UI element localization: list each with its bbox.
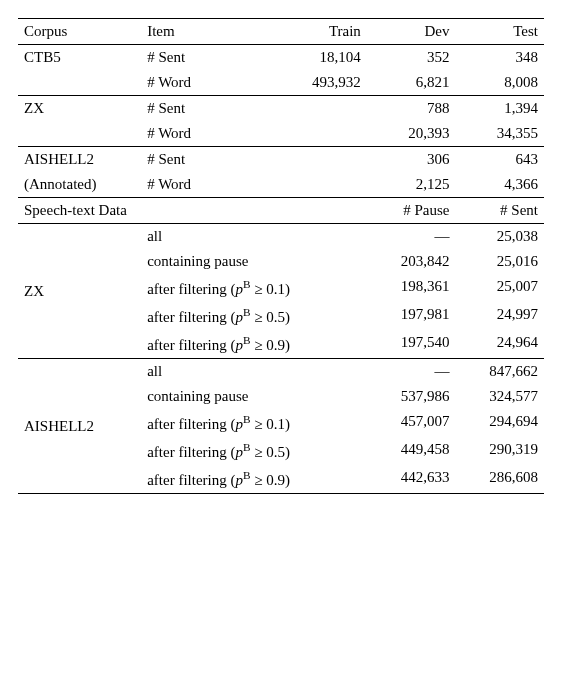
- cell: [249, 172, 367, 198]
- cell: 1,394: [455, 96, 544, 122]
- item-label: # Word: [141, 172, 249, 198]
- cell: 34,355: [455, 121, 544, 147]
- corpus-ctb5: CTB5: [18, 45, 141, 96]
- cell: 788: [367, 96, 456, 122]
- cell: 197,540: [367, 330, 456, 359]
- cell: [249, 96, 367, 122]
- cell: —: [367, 224, 456, 250]
- cell: 25,007: [455, 274, 544, 302]
- item-filter-05: after filtering (pB ≥ 0.5): [141, 437, 367, 465]
- cell: 18,104: [249, 45, 367, 71]
- hdr-corpus: Corpus: [18, 19, 141, 45]
- corpus-aishell2-line2: (Annotated): [18, 172, 141, 198]
- cell: 197,981: [367, 302, 456, 330]
- item-label: # Sent: [141, 45, 249, 71]
- hdr-sent: # Sent: [455, 198, 544, 224]
- cell: 20,393: [367, 121, 456, 147]
- item-label: # Word: [141, 70, 249, 96]
- item-filter-01: after filtering (pB ≥ 0.1): [141, 409, 367, 437]
- hdr-speechtext: Speech-text Data: [18, 198, 249, 224]
- cell: 198,361: [367, 274, 456, 302]
- cell: 294,694: [455, 409, 544, 437]
- cell: 449,458: [367, 437, 456, 465]
- cell: 25,016: [455, 249, 544, 274]
- item-label: all: [141, 224, 367, 250]
- cell: 348: [455, 45, 544, 71]
- corpus-aishell2-line1: AISHELL2: [18, 147, 141, 173]
- cell: 8,008: [455, 70, 544, 96]
- cell: 6,821: [367, 70, 456, 96]
- item-label: # Sent: [141, 96, 249, 122]
- cell: 25,038: [455, 224, 544, 250]
- cell: [249, 147, 367, 173]
- item-filter-09: after filtering (pB ≥ 0.9): [141, 465, 367, 494]
- item-label: all: [141, 359, 367, 385]
- corpus-aishell2-2: AISHELL2: [18, 359, 141, 494]
- item-label: containing pause: [141, 249, 367, 274]
- item-label: # Word: [141, 121, 249, 147]
- data-table: Corpus Item Train Dev Test CTB5 # Sent 1…: [18, 18, 544, 494]
- cell: 286,608: [455, 465, 544, 494]
- cell: 324,577: [455, 384, 544, 409]
- corpus-zx: ZX: [18, 96, 141, 147]
- cell: 457,007: [367, 409, 456, 437]
- corpus-zx-2: ZX: [18, 224, 141, 359]
- cell: 493,932: [249, 70, 367, 96]
- hdr-pause: # Pause: [367, 198, 456, 224]
- cell: 290,319: [455, 437, 544, 465]
- cell: 24,964: [455, 330, 544, 359]
- cell: 2,125: [367, 172, 456, 198]
- hdr-train: Train: [249, 19, 367, 45]
- cell: 24,997: [455, 302, 544, 330]
- cell: [249, 121, 367, 147]
- item-label: # Sent: [141, 147, 249, 173]
- item-filter-05: after filtering (pB ≥ 0.5): [141, 302, 367, 330]
- cell: 442,633: [367, 465, 456, 494]
- cell: 203,842: [367, 249, 456, 274]
- cell: 352: [367, 45, 456, 71]
- item-label: containing pause: [141, 384, 367, 409]
- cell: 306: [367, 147, 456, 173]
- cell: 847,662: [455, 359, 544, 385]
- cell: 643: [455, 147, 544, 173]
- item-filter-09: after filtering (pB ≥ 0.9): [141, 330, 367, 359]
- cell: —: [367, 359, 456, 385]
- item-filter-01: after filtering (pB ≥ 0.1): [141, 274, 367, 302]
- hdr-dev: Dev: [367, 19, 456, 45]
- hdr-item: Item: [141, 19, 249, 45]
- hdr-test: Test: [455, 19, 544, 45]
- cell: 4,366: [455, 172, 544, 198]
- cell: 537,986: [367, 384, 456, 409]
